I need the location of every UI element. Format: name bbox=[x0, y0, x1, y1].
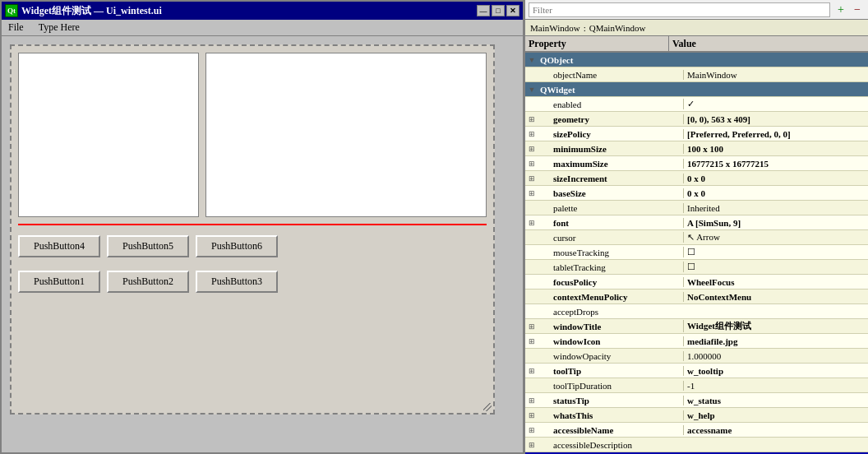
prop-row-windowicon[interactable]: ⊞ windowIcon mediafile.jpg bbox=[525, 334, 868, 349]
add-filter-icon[interactable]: + bbox=[833, 2, 848, 17]
property-name: palette bbox=[552, 203, 683, 213]
property-value[interactable]: A [SimSun, 9] bbox=[683, 218, 868, 228]
design-area: PushButton4 PushButton5 PushButton6 Push… bbox=[2, 36, 523, 452]
push-button-1[interactable]: PushButton1 bbox=[18, 271, 100, 293]
property-value[interactable]: -1 bbox=[683, 381, 868, 391]
property-value[interactable]: 0 x 0 bbox=[683, 174, 868, 183]
property-value[interactable]: accessname bbox=[683, 425, 868, 435]
expand-icon[interactable]: ⊞ bbox=[525, 156, 538, 171]
prop-row-enabled[interactable]: enabled ✓ bbox=[525, 97, 868, 112]
property-value[interactable]: w_help bbox=[683, 410, 868, 420]
group-collapse-icon[interactable]: ▼ bbox=[525, 82, 538, 97]
property-value[interactable]: w_status bbox=[683, 396, 868, 405]
property-value[interactable]: ☐ bbox=[683, 247, 868, 257]
property-value[interactable]: [Preferred, Preferred, 0, 0] bbox=[683, 129, 868, 139]
prop-row-basesize[interactable]: ⊞ baseSize 0 x 0 bbox=[525, 186, 868, 201]
window-titlebar: Qt Widget组件测试 — Ui_wintest.ui — □ ✕ bbox=[2, 2, 523, 20]
push-button-3[interactable]: PushButton3 bbox=[196, 271, 278, 293]
property-value[interactable]: [0, 0), 563 x 409] bbox=[683, 114, 868, 124]
window-controls: — □ ✕ bbox=[477, 5, 519, 16]
property-value[interactable]: 0 x 0 bbox=[683, 188, 868, 198]
prop-row-cursor[interactable]: cursor ↖ Arrow bbox=[525, 230, 868, 245]
expand-icon[interactable]: ⊞ bbox=[525, 141, 538, 156]
prop-row-statustip[interactable]: ⊞ statusTip w_status bbox=[525, 393, 868, 408]
prop-row-tooltipduration[interactable]: toolTipDuration -1 bbox=[525, 378, 868, 393]
remove-filter-icon[interactable]: − bbox=[850, 2, 865, 17]
expand-icon[interactable]: ⊞ bbox=[525, 364, 538, 378]
menu-file[interactable]: File bbox=[5, 20, 27, 35]
expand-icon[interactable]: ⊞ bbox=[525, 112, 538, 127]
property-value[interactable]: ✓ bbox=[683, 99, 868, 109]
expand-icon[interactable]: ⊞ bbox=[525, 438, 538, 452]
property-name: whatsThis bbox=[552, 410, 683, 420]
push-button-5[interactable]: PushButton5 bbox=[107, 235, 189, 257]
prop-row-windowopacity[interactable]: windowOpacity 1.000000 bbox=[525, 349, 868, 364]
prop-row-maximumsize[interactable]: ⊞ maximumSize 16777215 x 16777215 bbox=[525, 156, 868, 171]
property-name: accessibleName bbox=[552, 425, 683, 435]
expand-icon bbox=[525, 260, 538, 275]
property-value[interactable]: mediafile.jpg bbox=[683, 336, 868, 346]
prop-row-accessiblename[interactable]: ⊞ accessibleName accessname bbox=[525, 423, 868, 438]
button-row-bottom: PushButton1 PushButton2 PushButton3 bbox=[18, 267, 487, 296]
property-name: windowTitle bbox=[552, 322, 683, 331]
prop-row-sizepolicy[interactable]: ⊞ sizePolicy [Preferred, Preferred, 0, 0… bbox=[525, 127, 868, 141]
expand-icon[interactable]: ⊞ bbox=[525, 408, 538, 423]
property-name: geometry bbox=[552, 114, 683, 124]
group-collapse-icon[interactable]: ▼ bbox=[525, 53, 538, 67]
property-value[interactable]: 1.000000 bbox=[683, 351, 868, 361]
prop-row-sizeincrement[interactable]: ⊞ sizeIncrement 0 x 0 bbox=[525, 171, 868, 186]
property-value[interactable]: NoContextMenu bbox=[683, 292, 868, 302]
property-value[interactable]: ↖ Arrow bbox=[683, 232, 868, 243]
prop-row-contextmenupolicy[interactable]: contextMenuPolicy NoContextMenu bbox=[525, 290, 868, 304]
expand-icon bbox=[525, 275, 538, 290]
property-editor: + − MainWindow : QMainWindow Property Va… bbox=[524, 0, 868, 454]
push-button-6[interactable]: PushButton6 bbox=[196, 235, 278, 257]
prop-row-whatsthis[interactable]: ⊞ whatsThis w_help bbox=[525, 408, 868, 423]
property-value[interactable]: 16777215 x 16777215 bbox=[683, 159, 868, 169]
push-button-2[interactable]: PushButton2 bbox=[107, 271, 189, 293]
prop-row-acceptdrops[interactable]: acceptDrops bbox=[525, 304, 868, 319]
property-value[interactable]: WheelFocus bbox=[683, 277, 868, 287]
prop-row-objectname[interactable]: objectName MainWindow bbox=[525, 67, 868, 82]
minimize-button[interactable]: — bbox=[477, 5, 490, 16]
prop-row-font[interactable]: ⊞ font A [SimSun, 9] bbox=[525, 215, 868, 230]
prop-row-tooltip[interactable]: ⊞ toolTip w_tooltip bbox=[525, 364, 868, 378]
widget-container: PushButton4 PushButton5 PushButton6 Push… bbox=[10, 44, 495, 415]
expand-icon[interactable]: ⊞ bbox=[525, 215, 538, 230]
expand-icon[interactable]: ⊞ bbox=[525, 171, 538, 186]
prop-row-geometry[interactable]: ⊞ geometry [0, 0), 563 x 409] bbox=[525, 112, 868, 127]
prop-row-accessibledescription[interactable]: ⊞ accessibleDescription bbox=[525, 438, 868, 452]
menu-type-here[interactable]: Type Here bbox=[35, 20, 83, 35]
prop-row-focuspolicy[interactable]: focusPolicy WheelFocus bbox=[525, 275, 868, 290]
property-name: cursor bbox=[552, 233, 683, 243]
prop-row-minimumsize[interactable]: ⊞ minimumSize 100 x 100 bbox=[525, 141, 868, 156]
column-value: Value bbox=[669, 36, 868, 51]
close-button[interactable]: ✕ bbox=[506, 5, 519, 16]
prop-row-palette[interactable]: palette Inherited bbox=[525, 201, 868, 215]
expand-icon[interactable]: ⊞ bbox=[525, 186, 538, 201]
maximize-button[interactable]: □ bbox=[492, 5, 505, 16]
white-box-right bbox=[205, 53, 487, 217]
expand-icon[interactable]: ⊞ bbox=[525, 423, 538, 438]
property-value[interactable]: MainWindow bbox=[683, 70, 868, 80]
prop-row-tablettracking[interactable]: tabletTracking ☐ bbox=[525, 260, 868, 275]
prop-row-qwidget[interactable]: ▼ QWidget bbox=[525, 82, 868, 97]
button-row-top: PushButton4 PushButton5 PushButton6 bbox=[18, 232, 487, 261]
push-button-4[interactable]: PushButton4 bbox=[18, 235, 100, 257]
filter-input[interactable] bbox=[529, 2, 830, 17]
expand-icon[interactable]: ⊞ bbox=[525, 319, 538, 334]
property-value[interactable]: ☐ bbox=[683, 262, 868, 272]
expand-icon[interactable]: ⊞ bbox=[525, 393, 538, 408]
prop-row-qobject[interactable]: ▼ QObject bbox=[525, 53, 868, 67]
resize-handle[interactable] bbox=[483, 403, 492, 411]
filter-bar: + − bbox=[525, 0, 868, 20]
prop-row-windowtitle[interactable]: ⊞ windowTitle Widget组件测试 bbox=[525, 319, 868, 334]
property-value[interactable]: Inherited bbox=[683, 203, 868, 213]
property-value[interactable]: w_tooltip bbox=[683, 366, 868, 376]
qt-designer-window: Qt Widget组件测试 — Ui_wintest.ui — □ ✕ File… bbox=[0, 0, 524, 454]
property-value[interactable]: 100 x 100 bbox=[683, 144, 868, 154]
property-value[interactable]: Widget组件测试 bbox=[683, 320, 868, 332]
expand-icon[interactable]: ⊞ bbox=[525, 127, 538, 141]
expand-icon[interactable]: ⊞ bbox=[525, 334, 538, 349]
prop-row-mousetracking[interactable]: mouseTracking ☐ bbox=[525, 245, 868, 260]
